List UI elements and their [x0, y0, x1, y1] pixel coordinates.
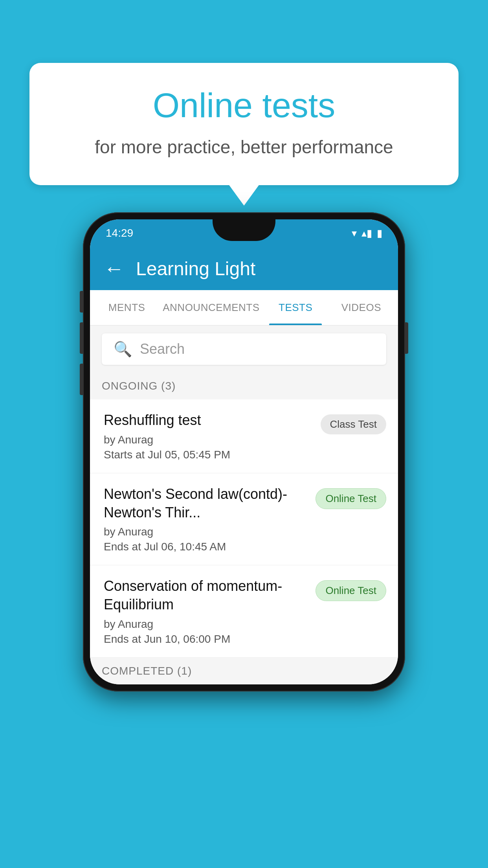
- test-info-3: Conservation of momentum-Equilibrium by …: [104, 577, 308, 645]
- status-bar: 14:29 ▾ ▴▮ ▮: [90, 219, 398, 247]
- completed-section-header: COMPLETED (1): [90, 658, 398, 684]
- signal-icon: ▴▮: [361, 227, 372, 239]
- tab-videos[interactable]: VIDEOS: [328, 290, 394, 325]
- status-icons: ▾ ▴▮ ▮: [352, 227, 382, 239]
- promo-subtitle: for more practice, better performance: [61, 136, 427, 158]
- power-button: [405, 322, 408, 354]
- search-bar[interactable]: 🔍 Search: [102, 333, 386, 365]
- search-icon: 🔍: [114, 340, 132, 358]
- test-badge-3: Online Test: [316, 580, 386, 601]
- app-title: Learning Light: [136, 258, 255, 280]
- test-item-2[interactable]: Newton's Second law(contd)-Newton's Thir…: [90, 473, 398, 566]
- test-title-2: Newton's Second law(contd)-Newton's Thir…: [104, 485, 308, 522]
- test-badge-2: Online Test: [316, 488, 386, 509]
- test-date-2: Ends at Jul 06, 10:45 AM: [104, 541, 308, 553]
- test-info-1: Reshuffling test by Anurag Starts at Jul…: [104, 411, 313, 461]
- volume-down-button: [80, 322, 83, 354]
- ongoing-section-header: ONGOING (3): [90, 373, 398, 399]
- camera-button: [80, 364, 83, 395]
- app-header: ← Learning Light: [90, 247, 398, 290]
- test-item-1[interactable]: Reshuffling test by Anurag Starts at Jul…: [90, 399, 398, 473]
- notch: [213, 219, 275, 241]
- test-author-3: by Anurag: [104, 618, 308, 631]
- phone-screen: 14:29 ▾ ▴▮ ▮ ← Learning Light MENTS ANNO…: [90, 219, 398, 684]
- wifi-icon: ▾: [352, 227, 357, 239]
- search-placeholder: Search: [140, 341, 185, 357]
- back-button[interactable]: ←: [104, 257, 124, 280]
- ongoing-label: ONGOING (3): [102, 380, 176, 392]
- test-author-1: by Anurag: [104, 434, 313, 446]
- test-item-3[interactable]: Conservation of momentum-Equilibrium by …: [90, 565, 398, 658]
- volume-up-button: [80, 291, 83, 313]
- tab-announcements[interactable]: ANNOUNCEMENTS: [160, 290, 262, 325]
- tab-ments[interactable]: MENTS: [94, 290, 160, 325]
- search-container: 🔍 Search: [90, 326, 398, 373]
- promo-card: Online tests for more practice, better p…: [29, 63, 459, 185]
- test-author-2: by Anurag: [104, 526, 308, 538]
- test-badge-1: Class Test: [321, 414, 386, 434]
- test-title-1: Reshuffling test: [104, 411, 313, 430]
- test-date-3: Ends at Jun 10, 06:00 PM: [104, 633, 308, 645]
- test-title-3: Conservation of momentum-Equilibrium: [104, 577, 308, 614]
- phone-mockup: 14:29 ▾ ▴▮ ▮ ← Learning Light MENTS ANNO…: [83, 212, 405, 691]
- tab-tests[interactable]: TESTS: [263, 290, 328, 325]
- battery-icon: ▮: [377, 227, 382, 239]
- tabs-bar: MENTS ANNOUNCEMENTS TESTS VIDEOS: [90, 290, 398, 326]
- promo-title: Online tests: [61, 86, 427, 125]
- test-info-2: Newton's Second law(contd)-Newton's Thir…: [104, 485, 308, 554]
- completed-label: COMPLETED (1): [102, 665, 192, 677]
- status-time: 14:29: [106, 227, 133, 239]
- test-date-1: Starts at Jul 05, 05:45 PM: [104, 449, 313, 461]
- test-list: Reshuffling test by Anurag Starts at Jul…: [90, 399, 398, 658]
